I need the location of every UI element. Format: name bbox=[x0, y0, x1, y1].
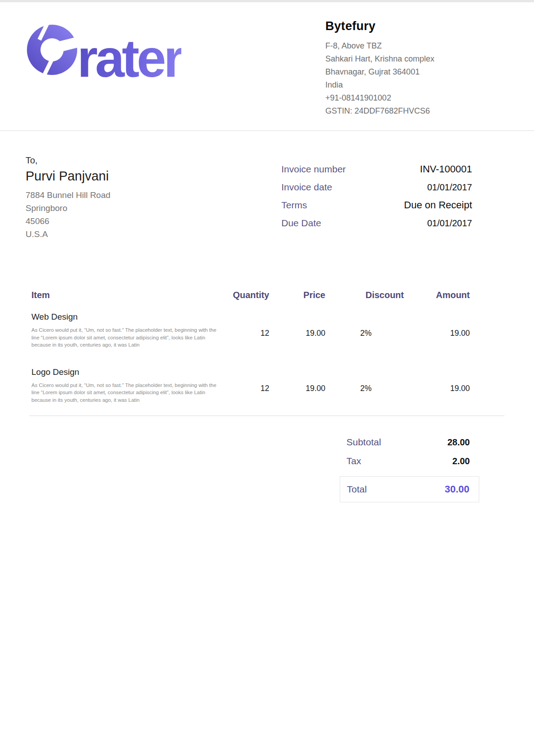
crater-logo-text: rater bbox=[77, 32, 181, 85]
item-quantity: 12 bbox=[229, 367, 269, 404]
customer-address: 7884 Bunnel Hill Road Springboro 45066 U… bbox=[26, 189, 214, 241]
item-quantity: 12 bbox=[229, 312, 269, 349]
invoice-header: rater Bytefury F-8, Above TBZ Sahkari Ha… bbox=[0, 2, 534, 131]
items-table: Item Quantity Price Discount Amount Web … bbox=[0, 241, 470, 404]
items-table-header: Item Quantity Price Discount Amount bbox=[31, 290, 470, 300]
company-address-line: Sahkari Hart, Krishna complex bbox=[325, 53, 507, 66]
company-address-line: F-8, Above TBZ bbox=[325, 40, 507, 53]
invoice-date-row: Invoice date 01/01/2017 bbox=[281, 182, 472, 193]
invoice-number-row: Invoice number INV-100001 bbox=[281, 163, 472, 175]
item-name: Web Design bbox=[31, 312, 229, 322]
subtotal-label: Subtotal bbox=[346, 437, 381, 448]
terms-value: Due on Receipt bbox=[404, 199, 472, 211]
item-description: As Cicero would put it, “Um, not so fast… bbox=[31, 326, 222, 349]
due-date-value: 01/01/2017 bbox=[427, 218, 472, 229]
item-price: 19.00 bbox=[269, 367, 325, 404]
customer-address-line: 45066 bbox=[26, 215, 214, 228]
due-date-label: Due Date bbox=[281, 218, 321, 229]
subtotal-row: Subtotal 28.00 bbox=[340, 437, 479, 448]
invoice-number-label: Invoice number bbox=[281, 164, 346, 175]
column-header-discount: Discount bbox=[325, 290, 404, 300]
item-discount: 2% bbox=[325, 312, 404, 349]
item-cell: Logo Design As Cicero would put it, “Um,… bbox=[31, 367, 229, 404]
item-amount: 19.00 bbox=[404, 312, 470, 349]
invoice-date-label: Invoice date bbox=[281, 182, 332, 193]
customer-address-line: U.S.A bbox=[26, 228, 214, 241]
subtotal-value: 28.00 bbox=[447, 437, 470, 448]
item-discount: 2% bbox=[325, 367, 404, 404]
column-header-amount: Amount bbox=[404, 290, 470, 300]
crater-c-icon bbox=[27, 25, 77, 75]
invoice-number-value: INV-100001 bbox=[420, 163, 472, 175]
totals-block: Subtotal 28.00 Tax 2.00 Total 30.00 bbox=[340, 437, 479, 502]
column-header-quantity: Quantity bbox=[229, 290, 269, 300]
item-amount: 19.00 bbox=[404, 367, 470, 404]
item-name: Logo Design bbox=[31, 367, 229, 378]
due-date-row: Due Date 01/01/2017 bbox=[281, 218, 472, 229]
tax-label: Tax bbox=[346, 456, 361, 466]
item-cell: Web Design As Cicero would put it, “Um, … bbox=[31, 312, 229, 349]
terms-row: Terms Due on Receipt bbox=[281, 199, 472, 211]
table-row: Web Design As Cicero would put it, “Um, … bbox=[31, 312, 470, 349]
column-header-price: Price bbox=[269, 290, 325, 300]
column-header-item: Item bbox=[31, 290, 229, 300]
billing-section: To, Purvi Panjvani 7884 Bunnel Hill Road… bbox=[0, 131, 534, 241]
company-address-line: India bbox=[325, 79, 507, 92]
invoice-page: rater Bytefury F-8, Above TBZ Sahkari Ha… bbox=[0, 0, 534, 756]
bill-to-block: To, Purvi Panjvani 7884 Bunnel Hill Road… bbox=[26, 154, 214, 241]
company-gstin: GSTIN: 24DDF7682FHVCS6 bbox=[325, 105, 507, 118]
item-price: 19.00 bbox=[269, 312, 325, 349]
total-value: 30.00 bbox=[445, 483, 469, 495]
table-row: Logo Design As Cicero would put it, “Um,… bbox=[31, 367, 470, 404]
bill-to-label: To, bbox=[26, 154, 214, 167]
tax-value: 2.00 bbox=[452, 456, 470, 466]
company-address-line: Bhavnagar, Gujrat 364001 bbox=[325, 66, 507, 79]
company-address: F-8, Above TBZ Sahkari Hart, Krishna com… bbox=[325, 40, 507, 118]
items-totals-divider bbox=[29, 415, 504, 416]
total-box: Total 30.00 bbox=[340, 476, 479, 502]
company-phone: +91-08141901002 bbox=[325, 92, 507, 105]
total-label: Total bbox=[347, 484, 367, 495]
crater-logo: rater bbox=[27, 32, 181, 85]
item-description: As Cicero would put it, “Um, not so fast… bbox=[31, 382, 222, 404]
customer-address-line: 7884 Bunnel Hill Road bbox=[26, 189, 214, 202]
terms-label: Terms bbox=[281, 200, 307, 211]
customer-address-line: Springboro bbox=[26, 202, 214, 215]
customer-name: Purvi Panjvani bbox=[26, 167, 214, 185]
company-name: Bytefury bbox=[325, 19, 507, 33]
company-block: Bytefury F-8, Above TBZ Sahkari Hart, Kr… bbox=[325, 2, 507, 130]
invoice-meta: Invoice number INV-100001 Invoice date 0… bbox=[281, 154, 472, 241]
tax-row: Tax 2.00 bbox=[340, 456, 479, 466]
invoice-date-value: 01/01/2017 bbox=[427, 182, 472, 193]
